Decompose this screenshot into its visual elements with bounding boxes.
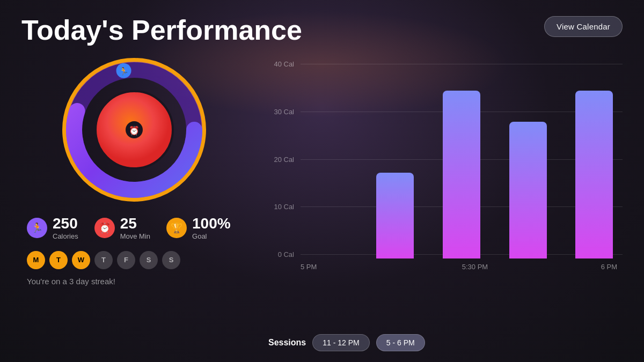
sessions-row: Sessions 11 - 12 PM 5 - 6 PM (268, 334, 623, 351)
ring-chart-container: ⏰ 🏃 (21, 55, 247, 205)
streak-text: You're on a 3 day streak! (21, 277, 115, 286)
x-label-5pm: 5 PM (301, 263, 317, 271)
grid-label-0: 0 Cal (268, 250, 294, 258)
bar-group (566, 91, 623, 258)
x-axis: 5 PM 5:30 PM 6 PM (301, 263, 623, 271)
calories-text: 250 Calories (53, 216, 78, 240)
goal-text: 100% Goal (192, 216, 231, 240)
stat-move-min: ⏰ 25 Move Min (94, 216, 150, 240)
bar (376, 173, 414, 258)
goal-value: 100% (192, 216, 231, 232)
days-row: MTWTFSS (21, 251, 180, 269)
grid-label-20: 20 Cal (268, 156, 294, 164)
bar-group (367, 173, 424, 258)
stats-row: 🏃 250 Calories ⏰ 25 Move Min 🏆 (21, 216, 231, 240)
bar-group (500, 122, 557, 258)
chart-area: 40 Cal 30 Cal 20 Cal 10 Cal (268, 60, 623, 328)
day-pill-t[interactable]: T (49, 251, 68, 269)
stat-goal: 🏆 100% Goal (166, 216, 231, 240)
x-label-530pm: 5:30 PM (462, 263, 488, 271)
session-11-12pm[interactable]: 11 - 12 PM (312, 334, 369, 351)
grid-label-10: 10 Cal (268, 203, 294, 211)
day-pill-t[interactable]: T (94, 251, 113, 269)
bars-container (301, 60, 623, 258)
left-panel: ⏰ 🏃 (21, 55, 247, 351)
day-pill-s[interactable]: S (140, 251, 158, 269)
view-calendar-button[interactable]: View Calendar (544, 16, 623, 37)
goal-icon: 🏆 (166, 218, 187, 238)
movetime-text: 25 Move Min (120, 216, 150, 240)
grid-label-40: 40 Cal (268, 60, 294, 68)
grid-label-30: 30 Cal (268, 108, 294, 116)
main-content: ⏰ 🏃 (21, 55, 623, 351)
movetime-label: Move Min (120, 232, 150, 240)
page-title: Today's Performance (21, 16, 302, 44)
x-label-6pm: 6 PM (601, 263, 617, 271)
day-pill-f[interactable]: F (117, 251, 135, 269)
header: Today's Performance View Calendar (21, 16, 623, 44)
movetime-value: 25 (120, 216, 150, 232)
day-pill-w[interactable]: W (72, 251, 90, 269)
goal-label: Goal (192, 232, 231, 240)
calories-icon: 🏃 (27, 218, 47, 238)
ring-chart: ⏰ 🏃 (59, 55, 209, 205)
svg-text:⏰: ⏰ (129, 125, 140, 136)
right-panel: 40 Cal 30 Cal 20 Cal 10 Cal (268, 55, 623, 351)
stat-calories: 🏃 250 Calories (27, 216, 78, 240)
bar (443, 91, 480, 258)
calories-value: 250 (53, 216, 78, 232)
day-pill-m[interactable]: M (27, 251, 45, 269)
day-pill-s[interactable]: S (162, 251, 180, 269)
session-5-6pm[interactable]: 5 - 6 PM (376, 334, 425, 351)
bar (509, 122, 547, 258)
sessions-label: Sessions (268, 338, 306, 348)
bar (575, 91, 613, 258)
movetime-icon: ⏰ (94, 218, 115, 238)
calories-label: Calories (53, 232, 78, 240)
bar-group (433, 91, 490, 258)
